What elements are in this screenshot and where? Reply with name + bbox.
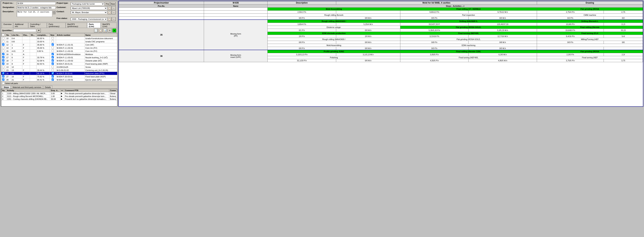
row-checkbox[interactable] xyxy=(2,43,4,46)
table-row[interactable]: 11 0-B 33.00 % Izrada CNC programa xyxy=(1,40,117,43)
activity-cell: 0/1 P.h xyxy=(268,29,336,32)
row-new[interactable] xyxy=(52,78,54,81)
row-checkbox[interactable] xyxy=(2,56,4,58)
designation-input[interactable] xyxy=(17,6,56,9)
row-new[interactable] xyxy=(52,56,54,58)
row-checkbox[interactable] xyxy=(2,78,4,81)
table-row[interactable]: 10 0-A 66.00 % Izrada Konstrukcione doku… xyxy=(1,37,117,40)
row-new[interactable] xyxy=(52,59,54,62)
tab-details[interactable]: Details xyxy=(43,86,52,89)
step-arrow[interactable]: ▶ xyxy=(60,98,64,101)
contact-select[interactable]: Mr. Mayer, Brendan xyxy=(71,11,107,14)
tab-mat3ps-live[interactable]: Mat/3PS (Live) xyxy=(101,23,116,28)
proj-btn[interactable]: Proj xyxy=(105,2,110,6)
activity-cell: Part inspection xyxy=(400,14,537,17)
row-cha: F xyxy=(22,62,30,65)
table-row[interactable]: 18 7 F 52.08 % M-834-F-1.1-03-02 Distant… xyxy=(1,59,117,62)
row-checkbox[interactable] xyxy=(2,53,4,55)
filter-btn[interactable]: ▼ xyxy=(37,28,41,32)
table-row[interactable]: 27 16 F 75.82 % M-834-F-20-03-01 Fixed b… xyxy=(1,75,117,78)
activity-cell: 2,3/5 P.h xyxy=(537,53,604,56)
activity-cell: Final turning (NEF400, xyxy=(400,32,537,35)
row-checkbox[interactable] xyxy=(2,59,4,62)
tab-steps[interactable]: Steps xyxy=(2,86,11,89)
table-row[interactable]: 17 6 F 33.78 % M-834-F-1.1-03-01 Nozzle … xyxy=(1,56,117,59)
select-all-checkbox[interactable] xyxy=(2,34,4,36)
steps-row[interactable]: 3 2201 - Cooling channels drilling (KIKI… xyxy=(2,98,117,101)
tab-controlling[interactable]: Controlling / Sales xyxy=(28,23,47,28)
row-checkbox[interactable] xyxy=(2,62,4,65)
tab-parts-live[interactable]: Parts (Live) xyxy=(87,23,101,28)
free-status-select[interactable]: 2000 - Packaging: Commissioned (or... xyxy=(71,17,107,21)
row-checkbox[interactable] xyxy=(2,40,4,42)
step-arrow[interactable]: ▶ xyxy=(60,95,64,98)
table-row[interactable]: 28 21 F 84.41 % M-834-F-1.1-03-01 Ejecto… xyxy=(1,78,117,81)
row-sh xyxy=(30,72,36,75)
row-new[interactable] xyxy=(52,37,54,39)
quickfilter-input[interactable] xyxy=(13,29,36,32)
desc-scroll-up[interactable]: ▲ xyxy=(53,10,56,12)
free-status-btn1[interactable]: 📋 xyxy=(108,17,112,21)
row-checkbox[interactable] xyxy=(2,37,4,39)
step-no: 2 xyxy=(2,95,6,98)
table-row[interactable]: 16 5 A M-834/Lid/2000ml/moldsize Moldsiz… xyxy=(1,53,117,56)
row-new[interactable] xyxy=(52,40,54,42)
activity-cell: Flat grinding (ROSA xyxy=(537,50,643,53)
table-row[interactable]: 15 4-01 F 0.00 % M-834-F-1.1-02-01 Core … xyxy=(1,49,117,53)
row-checkbox[interactable] xyxy=(2,69,4,71)
toolbar-btn4[interactable]: ≡ xyxy=(108,28,112,32)
description-textarea[interactable]: Mold for lid 2I, 2 cavities xyxy=(17,10,52,17)
row-checkbox[interactable] xyxy=(2,75,4,77)
row-sh xyxy=(30,65,36,69)
table-row: Mold AssemblingFinal milling (V7, HERMLE… xyxy=(119,7,643,11)
row-no: 16 xyxy=(6,53,11,56)
row-checkbox[interactable] xyxy=(2,46,4,49)
contact-btn2[interactable]: – xyxy=(112,10,116,14)
row-new[interactable] xyxy=(52,62,54,65)
tab-additional-info[interactable]: Additional info xyxy=(13,23,28,28)
table-row[interactable]: 19 8 F 82.93 % M-834-F-20-01-01 Fixed be… xyxy=(1,62,117,65)
tab-parts-preliminary[interactable]: Parts (preliminary) xyxy=(47,23,66,28)
project-no-input[interactable] xyxy=(17,2,56,5)
toolbar-btn3[interactable]: 📊 xyxy=(103,28,107,32)
customer-select[interactable]: Mpact Ltd (7000108) xyxy=(71,6,107,10)
row-new[interactable] xyxy=(52,53,54,55)
row-new[interactable] xyxy=(52,72,54,74)
toolbar-btn5[interactable]: ● xyxy=(112,28,116,32)
row-no: 12 xyxy=(6,43,11,46)
row-new[interactable] xyxy=(52,50,54,52)
row-new[interactable] xyxy=(52,75,54,77)
steps-row[interactable]: 2 3121 - Rough milling Borverk MICROMILL… xyxy=(2,95,117,98)
customer-btn1[interactable]: 📋 xyxy=(108,6,112,10)
row-new[interactable] xyxy=(52,46,54,49)
select-all-parts-checkbox[interactable] xyxy=(2,82,4,84)
desc-scroll-down[interactable]: ▼ xyxy=(53,12,56,14)
toolbar-btn1[interactable]: 📄 xyxy=(94,28,98,32)
table-row[interactable]: 13 12 E1200/12x25 Screw xyxy=(1,65,117,69)
col-checkbox xyxy=(1,33,6,37)
project-type-select[interactable]: Packaging-mold Ne koristi xyxy=(71,2,104,5)
base-btn[interactable]: Base xyxy=(110,2,116,6)
row-complete: 75.82 % xyxy=(36,75,50,78)
row-new[interactable] xyxy=(52,69,54,71)
contact-btn1[interactable]: 📋 xyxy=(108,10,112,14)
customer-btn2[interactable]: – xyxy=(112,6,116,10)
table-row[interactable]: 12 1 F 35.60 % M-834-F-1.1-01-01 Core (N… xyxy=(1,43,117,46)
table-row[interactable]: 14 4 F 45.06 % M-834-F-1.1-02-01 Core ri… xyxy=(1,46,117,49)
toolbar-btn2[interactable]: 📋 xyxy=(98,28,102,32)
step-comment: Pre obrade premeriti gabaritne dimenzije… xyxy=(64,92,109,95)
table-row[interactable]: 23 13 F 39.44 % M-S-06-01-02 Centering u… xyxy=(1,69,117,72)
table-row[interactable]: 26 15 F 95.19 % M-834-F-20-02-01 Hotrunn… xyxy=(1,72,117,75)
steps-row[interactable]: 1 2100 - Milling (MAHO1600/ 1000 / Alt. … xyxy=(2,92,117,95)
step-arrow[interactable]: ▶ xyxy=(60,92,64,95)
row-checkbox[interactable] xyxy=(2,50,4,52)
free-status-btn2[interactable]: – xyxy=(112,17,116,21)
row-checkbox[interactable] xyxy=(2,66,4,68)
row-new[interactable] xyxy=(52,43,54,46)
tab-mat3ps-preliminary[interactable]: Mat/3PS (preliminary) xyxy=(66,23,87,28)
row-checkbox[interactable] xyxy=(2,72,4,74)
tab-materials[interactable]: Materials and third-party services xyxy=(11,86,43,89)
tab-overview[interactable]: Overview xyxy=(2,23,13,28)
row-new[interactable] xyxy=(52,66,54,68)
activity-cell: 3,1/3,13 M.h xyxy=(336,53,400,56)
